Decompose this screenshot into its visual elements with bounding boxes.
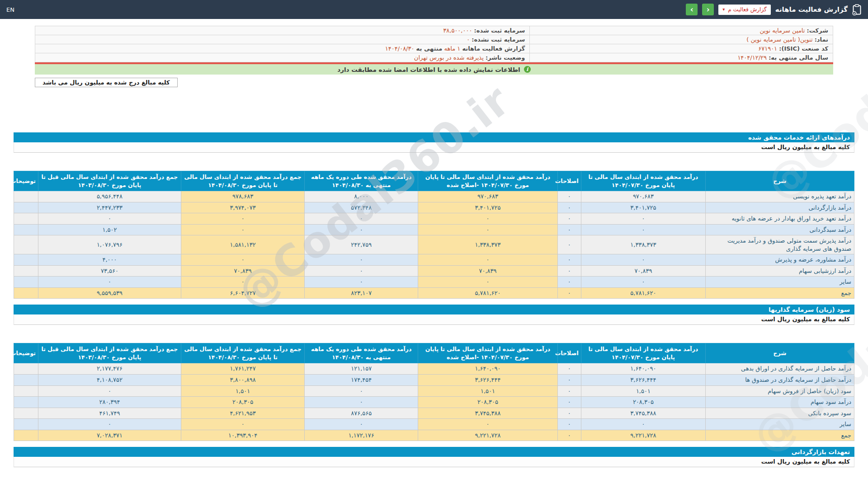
notes-cell: [14, 419, 38, 430]
row-label-cell: درآمد تعهد پذیره نویسی: [705, 191, 854, 202]
info-field-registered-capital: سرمایه ثبت شده: ۳۸,۵۰۰,۰۰۰: [35, 26, 530, 35]
info-field-fiscal-year: سال مالی منتهی به: ۱۴۰۴/۱۲/۲۹: [530, 53, 833, 62]
value-cell: ۰: [305, 213, 418, 225]
value-cell: ۰: [305, 224, 418, 235]
value-cell: ۰: [418, 419, 558, 430]
value-cell: ۰: [557, 224, 581, 235]
total-row: جمع۹,۲۲۱,۷۲۸۰۹,۲۲۱,۷۲۸۱,۱۷۲,۱۷۶۱۰,۳۹۳,۹۰…: [14, 430, 854, 441]
column-header: درآمد محقق شده از ابتدای سال مالی تا پای…: [581, 343, 705, 363]
value-cell: ۹,۵۵۹,۵۳۹: [38, 287, 181, 299]
value-cell: ۰: [38, 419, 181, 430]
row-label-cell: درآمد تعهد خرید اوراق بهادار در عرضه های…: [705, 213, 854, 225]
page: { "navbar": { "title": "گزارش فعالیت ماه…: [0, 0, 868, 488]
value-cell: ۰: [557, 191, 581, 202]
table-row: درآمد حاصل از سرمایه گذاری در اوراق بدهی…: [14, 363, 854, 375]
row-label-cell: درآمد بازارگردانی: [705, 202, 854, 213]
info-field-unregistered-capital: سرمایه ثبت نشده: ۰: [35, 35, 530, 44]
value-cell: ۹۷۰,۶۸۳: [418, 191, 558, 202]
value-cell: ۰: [581, 213, 705, 225]
table-row: درآمد حاصل از سرمایه گذاری در صندوق ها۳,…: [14, 375, 854, 386]
column-header: درآمد محقق شده طی دوره یک ماهه منتهی به …: [305, 171, 418, 191]
notes-cell: [14, 202, 38, 213]
column-header: درآمد محقق شده طی دوره یک ماهه منتهی به …: [305, 343, 418, 363]
notes-cell: [14, 277, 38, 288]
value-cell: ۵,۷۸۱,۶۲۰: [418, 287, 558, 299]
value-cell: ۱,۵۸۱,۱۳۲: [181, 235, 304, 254]
table-row: درآمد سبدگردانی۰۰۰۰۰۱,۵۰۲: [14, 224, 854, 235]
info-row: شرکت: تامین سرمایه نوین سرمایه ثبت شده: …: [35, 26, 833, 35]
column-header: جمع درآمد محقق شده از ابتدای سال مالی قب…: [38, 343, 181, 363]
value-cell: ۲۸۰,۳۹۴: [38, 397, 181, 408]
value-cell: ۰: [557, 265, 581, 277]
company-info: شرکت: تامین سرمایه نوین سرمایه ثبت شده: …: [35, 26, 833, 62]
info-row: نماد: تنوین( تامین سرمایه نوین ) سرمایه …: [35, 35, 833, 44]
value-cell: ۰: [418, 277, 558, 288]
notes-cell: [14, 213, 38, 225]
value-cell: ۰: [305, 385, 418, 397]
company-info-table: شرکت: تامین سرمایه نوین سرمایه ثبت شده: …: [35, 26, 833, 62]
column-header: جمع درآمد محقق شده از ابتدای سال مالی تا…: [181, 343, 304, 363]
value-cell: ۱,۱۷۲,۱۷۶: [305, 430, 418, 441]
value-cell: ۰: [305, 265, 418, 277]
value-cell: ۰: [581, 419, 705, 430]
value-cell: ۷۳,۵۶۰: [38, 265, 181, 277]
row-label-cell: درآمد حاصل از سرمایه گذاری در صندوق ها: [705, 375, 854, 386]
value-cell: ۱,۵۰۲: [38, 224, 181, 235]
value-cell: ۰: [557, 375, 581, 386]
section-header-services-revenue: درآمدهای ارائه خدمات محقق شده: [14, 132, 854, 142]
row-label-cell: درآمد مشاوره، عرضه و پذیرش: [705, 254, 854, 266]
report-clipboard-icon: [852, 4, 862, 15]
notes-cell: [14, 265, 38, 277]
language-switch[interactable]: EN: [6, 6, 14, 13]
signature-banner: i اطلاعات نمایش داده شده با اطلاعات امضا…: [35, 64, 833, 75]
table-header-row: شرحدرآمد محقق شده از ابتدای سال مالی تا …: [14, 343, 854, 363]
notes-cell: [14, 397, 38, 408]
value-cell: ۰: [557, 397, 581, 408]
value-cell: ۳,۷۴۵,۳۸۸: [418, 408, 558, 419]
column-header: توضیحات: [14, 343, 38, 363]
value-cell: ۰: [305, 254, 418, 266]
value-cell: ۶,۶۰۴,۷۲۷: [181, 287, 304, 299]
value-cell: ۹,۲۲۱,۷۲۸: [581, 430, 705, 441]
services-revenue-table: شرحدرآمد محقق شده از ابتدای سال مالی تا …: [14, 171, 854, 299]
chevron-right-icon: ›: [707, 6, 710, 14]
prev-report-button[interactable]: ‹: [686, 4, 698, 15]
value-cell: ۰: [557, 277, 581, 288]
column-header: اصلاحات: [557, 171, 581, 191]
next-report-button[interactable]: ›: [702, 4, 714, 15]
value-cell: ۷۰,۸۳۹: [418, 265, 558, 277]
value-cell: ۰: [557, 363, 581, 375]
column-header: جمع درآمد محقق شده از ابتدای سال مالی قب…: [38, 171, 181, 191]
table-row: سایر۰۰۰۰۰۰: [14, 277, 854, 288]
row-label-cell: درآمد حاصل از سرمایه گذاری در اوراق بدهی: [705, 363, 854, 375]
info-field-listing-status: وضعیت ناشر: پذیرفته شده در بورس تهران: [35, 53, 530, 62]
value-cell: ۰: [418, 254, 558, 266]
value-cell: ۰: [181, 277, 304, 288]
value-cell: ۰: [305, 397, 418, 408]
value-cell: ۱,۵۰۱: [181, 385, 304, 397]
value-cell: ۴,۱۰۸,۷۵۲: [38, 375, 181, 386]
section-note-services-revenue: کلیه مبالغ به میلیون ریال است: [14, 142, 854, 153]
value-cell: ۰: [557, 408, 581, 419]
value-cell: ۱,۳۳۸,۳۷۳: [418, 235, 558, 254]
section-header-market-making: تعهدات بازارگردانی: [14, 447, 854, 457]
info-row: کد صنعت (ISIC): ۶۷۱۹۰۱ گزارش فعالیت ماها…: [35, 44, 833, 53]
value-cell: ۴,۰۰۰: [38, 254, 181, 266]
value-cell: ۲,۱۷۷,۴۷۶: [38, 363, 181, 375]
value-cell: ۷,۰۲۸,۳۷۱: [38, 430, 181, 441]
value-cell: ۰: [38, 277, 181, 288]
table-row: سود (زیان) حاصل از فروش سهام۱,۵۰۱۰۱,۵۰۱۰…: [14, 385, 854, 397]
row-label-cell: درآمد سود سهام: [705, 397, 854, 408]
value-cell: ۱,۰۷۶,۷۹۶: [38, 235, 181, 254]
table-row: درآمد تعهد پذیره نویسی۹۷۰,۶۸۳۰۹۷۰,۶۸۳۸,۰…: [14, 191, 854, 202]
value-cell: ۰: [557, 213, 581, 225]
value-cell: ۱,۵۰۱: [418, 385, 558, 397]
column-header: درآمد محقق شده از ابتدای سال مالی تا پای…: [418, 343, 558, 363]
page-title: گزارش فعالیت ماهانه: [775, 5, 848, 14]
info-field-symbol: نماد: تنوین( تامین سرمایه نوین ): [530, 35, 833, 44]
value-cell: ۳,۷۴۵,۳۸۸: [581, 408, 705, 419]
value-cell: ۱,۶۴۰,۰۹۰: [581, 363, 705, 375]
value-cell: ۴۶۱,۷۴۹: [38, 408, 181, 419]
report-type-select[interactable]: گزارش فعالیت م ▾: [718, 5, 770, 15]
value-cell: ۰: [181, 419, 304, 430]
